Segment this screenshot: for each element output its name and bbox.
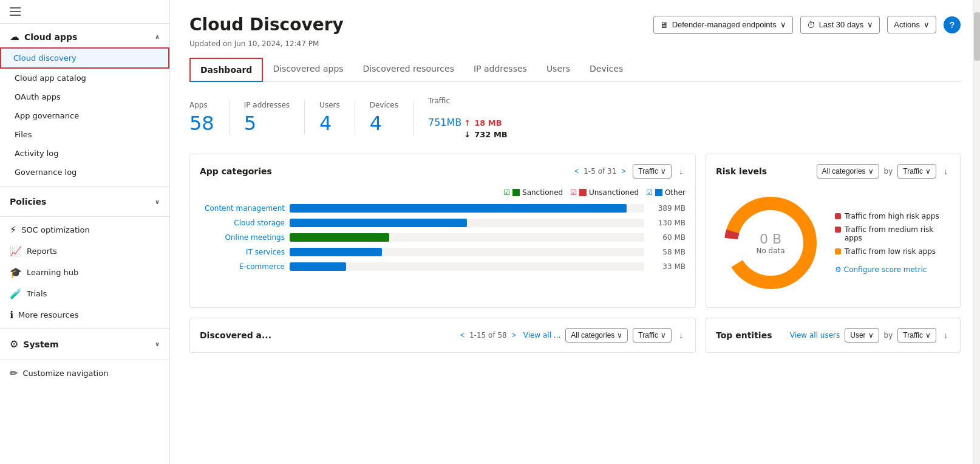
sidebar-item-files[interactable]: Files: [0, 125, 169, 144]
top-entities-download-button[interactable]: ↓: [941, 328, 950, 343]
system-icon: ⚙: [10, 338, 18, 350]
tab-users[interactable]: Users: [537, 58, 580, 81]
sidebar-item-cloud-app-catalog[interactable]: Cloud app catalog: [0, 69, 169, 87]
sidebar-item-soc-optimization[interactable]: ⚡ SOC optimization: [0, 219, 169, 241]
help-button[interactable]: ?: [944, 16, 961, 33]
cards-row-bottom: Discovered a... < 1-15 of 58 > View all …: [189, 318, 961, 353]
legend-high-risk: Traffic from high risk apps: [835, 212, 950, 220]
tab-dashboard[interactable]: Dashboard: [189, 58, 263, 82]
discovered-apps-category-chevron-icon: ∨: [617, 331, 622, 339]
sidebar-item-activity-log[interactable]: Activity log: [0, 144, 169, 163]
sidebar-item-customize-navigation[interactable]: ✏ Customize navigation: [0, 363, 169, 389]
risk-levels-title: Risk levels: [716, 166, 767, 176]
legend-unsanctioned: ☑ Unsanctioned: [570, 188, 639, 197]
configure-score-link[interactable]: ⚙ Configure score metric: [835, 265, 950, 274]
tab-discovered-apps[interactable]: Discovered apps: [263, 58, 353, 81]
other-checkbox-icon: ☑: [646, 188, 653, 197]
bar-row-online-meetings: Online meetings 60 MB: [200, 233, 686, 242]
legend-low-risk: Traffic from low risk apps: [835, 247, 950, 256]
stat-ip-addresses: IP addresses 5: [230, 101, 305, 135]
bar-track-cloud-storage: [290, 219, 644, 227]
page-title: Cloud Discovery: [189, 15, 344, 35]
app-categories-title: App categories: [200, 166, 272, 176]
stat-traffic-details: ↑ 18 MB ↓ 732 MB: [464, 118, 507, 139]
tab-devices[interactable]: Devices: [580, 58, 633, 81]
right-scrollbar[interactable]: [973, 0, 980, 464]
discovered-apps-prev-button[interactable]: <: [458, 330, 467, 341]
sidebar-section-header-cloud-apps[interactable]: ☁ Cloud apps ∧: [0, 26, 169, 47]
sidebar-section-header-system[interactable]: ⚙ System ∨: [0, 333, 169, 355]
discovered-apps-header: Discovered a... < 1-15 of 58 > View all …: [200, 328, 686, 343]
bar-label-cloud-storage[interactable]: Cloud storage: [200, 219, 285, 227]
sidebar-item-trials[interactable]: 🧪 Trials: [0, 283, 169, 304]
main-content-area: Cloud Discovery 🖥 Defender-managed endpo…: [170, 0, 980, 464]
tab-discovered-resources[interactable]: Discovered resources: [353, 58, 464, 81]
bar-fill-it-services: [290, 248, 382, 256]
cloud-apps-label: Cloud apps: [24, 32, 77, 42]
top-entities-user-filter[interactable]: User ∨: [845, 328, 879, 343]
stat-devices-value: 4: [370, 112, 398, 135]
top-entities-view-all-link[interactable]: View all users: [790, 331, 840, 339]
tabs-bar: Dashboard Discovered apps Discovered res…: [189, 58, 961, 82]
divider-1: [0, 186, 169, 187]
bar-label-ecommerce[interactable]: E-commerce: [200, 262, 285, 271]
sidebar-item-cloud-discovery[interactable]: Cloud discovery: [0, 47, 169, 69]
bar-value-ecommerce: 33 MB: [649, 262, 686, 271]
sidebar-item-reports[interactable]: 📈 Reports: [0, 241, 169, 262]
donut-chart: 0 B No data: [716, 188, 825, 298]
unsanctioned-checkbox-icon: ☑: [570, 188, 577, 197]
actions-button[interactable]: Actions ∨: [887, 16, 936, 33]
risk-levels-download-button[interactable]: ↓: [941, 164, 950, 179]
cards-row-main: App categories < 1-5 of 31 > Traffic ∨ ↓: [189, 154, 961, 308]
bar-value-content-management: 389 MB: [649, 204, 686, 213]
risk-levels-header: Risk levels All categories ∨ by Traffic …: [716, 164, 950, 179]
category-filter-chevron-icon: ∨: [868, 167, 874, 176]
sidebar-item-learning-hub[interactable]: 🎓 Learning hub: [0, 262, 169, 283]
time-range-button[interactable]: ⏱ Last 30 days ∨: [800, 16, 880, 34]
bar-label-content-management[interactable]: Content management: [200, 204, 285, 213]
discovered-apps-download-button[interactable]: ↓: [676, 328, 686, 343]
sidebar-item-app-governance[interactable]: App governance: [0, 106, 169, 125]
sidebar-item-oauth-apps[interactable]: OAuth apps: [0, 87, 169, 106]
risk-levels-by-filter[interactable]: Traffic ∨: [897, 164, 936, 179]
divider-4: [0, 360, 169, 360]
discovered-apps-category-filter[interactable]: All categories ∨: [565, 328, 628, 343]
top-entities-header: Top entities View all users User ∨ by Tr…: [716, 328, 950, 343]
pagination-next-button[interactable]: >: [619, 166, 628, 177]
learning-hub-label: Learning hub: [27, 268, 78, 277]
bar-track-content-management: [290, 204, 644, 213]
divider-3: [0, 328, 169, 329]
bar-row-it-services: IT services 58 MB: [200, 248, 686, 256]
sanctioned-checkbox-icon: ☑: [503, 188, 510, 197]
app-categories-download-button[interactable]: ↓: [676, 164, 686, 179]
bar-label-online-meetings[interactable]: Online meetings: [200, 233, 285, 242]
top-entities-traffic-filter[interactable]: Traffic ∨: [897, 328, 936, 343]
bar-track-online-meetings: [290, 233, 644, 242]
sidebar-header: [0, 0, 169, 24]
by-filter-chevron-icon: ∨: [925, 167, 931, 176]
discovered-apps-view-all-link[interactable]: View all ...: [523, 331, 561, 339]
bar-label-it-services[interactable]: IT services: [200, 248, 285, 256]
app-categories-traffic-filter[interactable]: Traffic ∨: [633, 164, 672, 179]
sidebar-item-governance-log[interactable]: Governance log: [0, 163, 169, 182]
hamburger-menu[interactable]: [10, 7, 21, 16]
discovered-apps-pagination: < 1-15 of 58 >: [458, 330, 519, 341]
discovered-apps-next-button[interactable]: >: [509, 330, 519, 341]
stats-row: Apps 58 IP addresses 5 Users 4 Devices 4…: [189, 97, 961, 139]
bar-fill-content-management: [290, 204, 627, 213]
cloud-apps-icon: ☁: [10, 31, 19, 43]
bar-fill-online-meetings: [290, 233, 389, 242]
donut-center: 0 B No data: [756, 231, 784, 255]
discovered-apps-traffic-filter[interactable]: Traffic ∨: [633, 328, 672, 343]
risk-levels-category-filter[interactable]: All categories ∨: [817, 164, 879, 179]
scrollbar-thumb[interactable]: [974, 12, 980, 61]
sidebar-section-header-policies[interactable]: Policies ∨: [0, 192, 169, 211]
configure-icon: ⚙: [835, 265, 842, 274]
cloud-discovery-label: Cloud discovery: [13, 53, 77, 63]
sidebar-item-more-resources[interactable]: ℹ More resources: [0, 304, 169, 326]
download-arrow-icon: ↓: [464, 130, 471, 139]
pagination-prev-button[interactable]: <: [572, 166, 581, 177]
tab-ip-addresses[interactable]: IP addresses: [464, 58, 537, 81]
top-entities-user-chevron-icon: ∨: [868, 331, 874, 339]
endpoint-selector-button[interactable]: 🖥 Defender-managed endpoints ∨: [653, 16, 793, 34]
